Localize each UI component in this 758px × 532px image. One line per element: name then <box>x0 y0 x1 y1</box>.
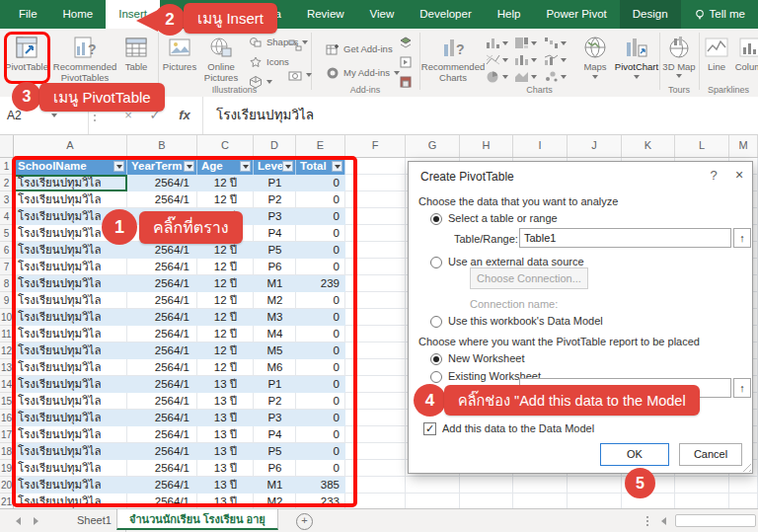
chevron-down-icon <box>592 75 598 79</box>
pictures-icon <box>167 35 192 60</box>
radio-external-source-label[interactable]: Use an external data source <box>448 256 584 267</box>
sparkline-line-label: Line <box>708 62 725 73</box>
column-chart-button[interactable] <box>486 37 514 49</box>
sparkline-column-button[interactable]: Column <box>734 33 758 92</box>
column-header-E[interactable]: E <box>296 134 345 157</box>
table-label: Table <box>125 62 148 73</box>
annotation-pivottable-highlight <box>4 32 50 84</box>
column-header-L[interactable]: L <box>675 134 729 157</box>
select-all-corner[interactable] <box>0 134 14 158</box>
screenshot-button[interactable] <box>288 66 312 83</box>
sheet-nav-next-icon[interactable] <box>34 517 38 525</box>
ribbon-tab-view[interactable]: View <box>357 0 408 29</box>
scatter-chart-button[interactable] <box>486 53 514 66</box>
area-chart-button[interactable] <box>514 70 543 83</box>
new-sheet-icon[interactable]: + <box>296 513 313 530</box>
radio-data-model[interactable] <box>430 316 442 328</box>
column-header-C[interactable]: C <box>197 134 254 157</box>
ribbon-tab-tell-me[interactable]: Tell me <box>681 0 758 29</box>
column-header-H[interactable]: H <box>460 134 513 157</box>
waterfall-chart-button[interactable] <box>544 37 572 49</box>
store-icon-1[interactable] <box>399 34 413 50</box>
column-header-B[interactable]: B <box>127 134 197 157</box>
sheet-nav-prev-icon[interactable] <box>16 517 21 525</box>
radio-external-source[interactable] <box>430 257 442 268</box>
column-header-K[interactable]: K <box>622 134 675 157</box>
annotation-step3-label: เมนู PivotTable <box>39 83 165 112</box>
get-addins-button[interactable]: Get Add-ins <box>326 40 393 57</box>
3d-map-button[interactable]: 3D Map <box>661 33 697 92</box>
pivotchart-icon <box>624 35 649 60</box>
smartart-button[interactable] <box>288 37 302 53</box>
hscroll-thumb[interactable] <box>675 514 756 527</box>
line-chart-button[interactable] <box>514 53 543 66</box>
illustrations-group-label: Illustrations <box>158 85 311 95</box>
sheet-tab-active[interactable]: จำนวนนักเรียน โรงเรียน อายุ <box>116 509 278 530</box>
ribbon-tab-help[interactable]: Help <box>485 0 534 29</box>
ribbon-tab-file[interactable]: File <box>6 0 50 29</box>
add-to-data-model-label[interactable]: Add this data to the Data Model <box>442 422 594 434</box>
chevron-down-icon <box>306 73 312 77</box>
group-separator <box>659 33 660 90</box>
column-header-F[interactable]: F <box>345 134 406 157</box>
radio-select-table-label[interactable]: Select a table or range <box>448 212 558 224</box>
radio-new-worksheet-label[interactable]: New Worksheet <box>448 352 524 364</box>
recommended-charts-button[interactable]: ? Recommended Charts <box>424 33 482 92</box>
online-pictures-label: Online Pictures <box>199 62 243 83</box>
column-header-G[interactable]: G <box>406 134 460 157</box>
column-header-I[interactable]: I <box>513 134 568 157</box>
chart-type-gallery <box>486 37 572 83</box>
ribbon-tab-developer[interactable]: Developer <box>407 0 484 29</box>
radio-new-worksheet[interactable] <box>430 353 442 365</box>
hscroll-left-icon[interactable] <box>661 517 666 525</box>
close-icon[interactable]: × <box>730 167 748 183</box>
chevron-down-icon <box>676 74 682 78</box>
insert-function-icon[interactable]: fx <box>174 97 195 134</box>
choose-connection-button[interactable]: Choose Connection... <box>470 267 588 289</box>
pictures-button[interactable]: Pictures <box>162 33 197 92</box>
annotation-step4-number: 4 <box>414 384 446 417</box>
range-select-button[interactable]: ↑ <box>733 228 751 248</box>
column-header-A[interactable]: A <box>14 134 127 157</box>
camera-icon <box>288 68 302 82</box>
pie-chart-button[interactable] <box>486 70 514 83</box>
radio-data-model-label[interactable]: Use this workbook's Data Model <box>448 315 603 327</box>
column-header-M[interactable]: M <box>729 134 758 157</box>
ok-button[interactable]: OK <box>600 443 669 466</box>
ribbon-tab-review[interactable]: Review <box>294 0 357 29</box>
icons-button[interactable]: Icons <box>249 53 289 70</box>
online-pictures-button[interactable]: Online Pictures <box>199 33 243 92</box>
location-range-select-button[interactable]: ↑ <box>733 378 751 398</box>
formula-input[interactable]: โรงเรียนปทุมวิไล <box>202 97 758 134</box>
column-header-D[interactable]: D <box>254 134 296 157</box>
ribbon-tab-home[interactable]: Home <box>50 0 107 29</box>
dialog-title: Create PivotTable <box>420 170 514 184</box>
bubble-chart-button[interactable] <box>544 70 572 83</box>
pivotchart-button[interactable]: PivotChart <box>614 33 659 92</box>
column-header-J[interactable]: J <box>568 134 622 157</box>
help-icon[interactable]: ? <box>705 168 722 183</box>
column-headers: ABCDEFGHIJKLM <box>0 134 758 158</box>
chevron-down-icon <box>531 58 537 62</box>
my-addins-button[interactable]: My Add-ins <box>326 64 400 81</box>
ribbon-tab-design[interactable]: Design <box>620 0 681 29</box>
radio-existing-worksheet[interactable] <box>430 371 442 383</box>
radio-select-table[interactable] <box>430 213 442 225</box>
table-range-input[interactable]: Table1 <box>519 228 731 248</box>
cancel-button[interactable]: Cancel <box>679 443 742 466</box>
add-to-data-model-checkbox[interactable]: ✓ <box>423 422 436 435</box>
hierarchy-chart-button[interactable] <box>514 37 543 49</box>
sheetbar-grip[interactable] <box>646 516 648 518</box>
table-range-label: Table/Range: <box>454 233 518 245</box>
chevron-down-icon <box>302 40 308 44</box>
sparkline-column-icon <box>738 35 758 60</box>
combo-chart-button[interactable] <box>544 53 572 66</box>
name-box-caret-icon[interactable] <box>51 114 57 117</box>
maps-icon <box>582 35 608 60</box>
ribbon-tab-power-pivot[interactable]: Power Pivot <box>533 0 619 29</box>
store-icon-2[interactable] <box>399 53 413 70</box>
3d-map-label: 3D Map <box>662 62 695 73</box>
ribbon-tabs: FileHomeInsertFormulasDataReviewViewDeve… <box>0 0 758 29</box>
maps-button[interactable]: Maps <box>576 33 614 92</box>
sparkline-line-button[interactable]: Line <box>703 33 730 92</box>
